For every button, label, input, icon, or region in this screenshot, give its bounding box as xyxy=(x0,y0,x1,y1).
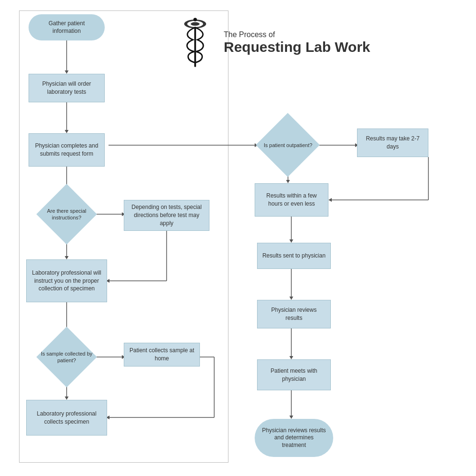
svg-point-3 xyxy=(191,22,199,26)
patient-collect-sample: Patient collects sample at home xyxy=(124,343,200,367)
header-text: The Process of Requesting Lab Work xyxy=(224,30,370,55)
caduceus-icon xyxy=(176,14,214,71)
svg-marker-45 xyxy=(289,416,293,419)
lab-collect-specimen: Laboratory professional collects specime… xyxy=(26,400,107,436)
sample-collected-diamond: Is sample collected by patient? xyxy=(38,333,95,381)
page: The Process of Requesting Lab Work xyxy=(0,0,476,476)
header: The Process of Requesting Lab Work xyxy=(176,14,370,71)
svg-marker-34 xyxy=(286,180,290,183)
patient-meets: Patient meets with physician xyxy=(257,359,331,390)
header-subtitle: The Process of xyxy=(224,30,370,39)
svg-marker-37 xyxy=(328,198,332,202)
special-instructions-diamond: Are there special instructions? xyxy=(38,190,95,238)
svg-marker-43 xyxy=(289,356,293,359)
complete-request-form: Physician completes and submits request … xyxy=(29,133,105,167)
special-directions: Depending on tests, special directions b… xyxy=(124,200,209,231)
gather-patient-info: Gather patient information xyxy=(29,14,105,40)
svg-marker-41 xyxy=(289,297,293,300)
outpatient-diamond: Is patient outpatient? xyxy=(257,121,319,169)
physician-determines: Physician reviews results and determines… xyxy=(255,419,333,457)
svg-marker-39 xyxy=(289,239,293,243)
results-sent: Results sent to physician xyxy=(257,243,331,269)
results-days: Results may take 2-7 days xyxy=(357,129,428,157)
results-hours: Results within a few hours or even less xyxy=(255,183,328,217)
lab-instruct: Laboratory professional will instruct yo… xyxy=(26,259,107,302)
sample-collected-label: Is sample collected by patient? xyxy=(38,350,95,364)
physician-reviews: Physician reviews results xyxy=(257,300,331,328)
header-title: Requesting Lab Work xyxy=(224,39,370,55)
outpatient-label: Is patient outpatient? xyxy=(264,142,312,149)
order-lab-tests: Physician will order laboratory tests xyxy=(29,74,105,102)
special-instructions-label: Are there special instructions? xyxy=(38,208,95,221)
svg-point-4 xyxy=(193,18,197,21)
